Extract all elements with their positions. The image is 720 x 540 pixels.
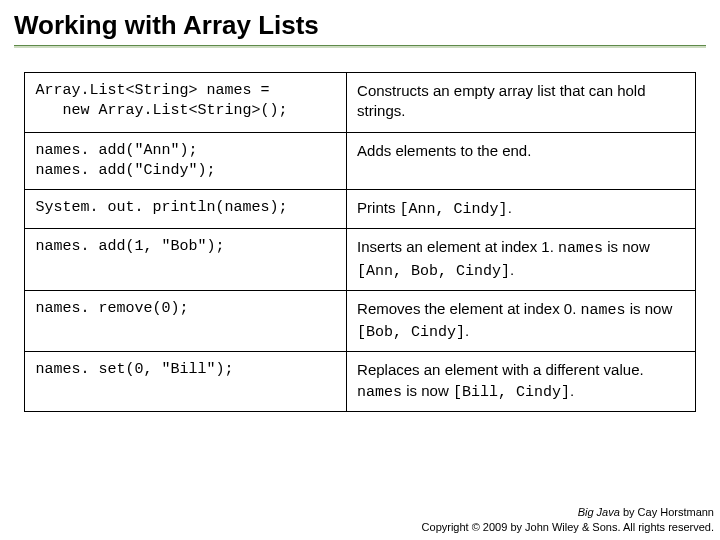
desc-code: names	[558, 240, 603, 257]
title-underline	[14, 45, 706, 48]
table-body: Array.List<String> names = new Array.Lis…	[25, 73, 695, 412]
table-row: System. out. println(names); Prints [Ann…	[25, 190, 695, 229]
footer: Big Java by Cay Horstmann Copyright © 20…	[422, 505, 714, 534]
code-cell: System. out. println(names);	[25, 190, 347, 229]
desc-code: [Bill, Cindy]	[453, 384, 570, 401]
desc-code: [Ann, Cindy]	[400, 201, 508, 218]
desc-text: is now	[402, 382, 453, 399]
desc-code: names	[581, 302, 626, 319]
page-title: Working with Array Lists	[14, 10, 706, 41]
desc-code: names	[357, 384, 402, 401]
desc-text: Inserts an element at index 1.	[357, 238, 558, 255]
code-cell: names. set(0, "Bill");	[25, 352, 347, 412]
desc-text: Prints	[357, 199, 400, 216]
desc-text: .	[508, 199, 512, 216]
footer-line1: Big Java by Cay Horstmann	[422, 505, 714, 519]
table-row: names. add("Ann"); names. add("Cindy"); …	[25, 132, 695, 190]
author-text: by Cay Horstmann	[620, 506, 714, 518]
desc-text: is now	[626, 300, 673, 317]
desc-text: .	[570, 382, 574, 399]
code-cell: Array.List<String> names = new Array.Lis…	[25, 73, 347, 133]
desc-cell: Constructs an empty array list that can …	[347, 73, 696, 133]
slide-content: Working with Array Lists Array.List<Stri…	[0, 0, 720, 412]
desc-code: [Bob, Cindy]	[357, 324, 465, 341]
desc-cell: Replaces an element with a different val…	[347, 352, 696, 412]
operations-table: Array.List<String> names = new Array.Lis…	[24, 72, 695, 412]
desc-text: Constructs an empty array list that can …	[357, 82, 645, 119]
desc-text: .	[510, 261, 514, 278]
desc-cell: Prints [Ann, Cindy].	[347, 190, 696, 229]
desc-text: Removes the element at index 0.	[357, 300, 580, 317]
code-cell: names. add("Ann"); names. add("Cindy");	[25, 132, 347, 190]
desc-text: .	[465, 322, 469, 339]
desc-text: is now	[603, 238, 650, 255]
book-title: Big Java	[578, 506, 620, 518]
table-row: names. remove(0); Removes the element at…	[25, 290, 695, 352]
desc-cell: Adds elements to the end.	[347, 132, 696, 190]
code-cell: names. remove(0);	[25, 290, 347, 352]
desc-cell: Removes the element at index 0. names is…	[347, 290, 696, 352]
desc-text: Replaces an element with a different val…	[357, 361, 644, 378]
desc-cell: Inserts an element at index 1. names is …	[347, 229, 696, 291]
table-row: Array.List<String> names = new Array.Lis…	[25, 73, 695, 133]
code-cell: names. add(1, "Bob");	[25, 229, 347, 291]
table-row: names. add(1, "Bob"); Inserts an element…	[25, 229, 695, 291]
table-row: names. set(0, "Bill"); Replaces an eleme…	[25, 352, 695, 412]
footer-line2: Copyright © 2009 by John Wiley & Sons. A…	[422, 520, 714, 534]
desc-text: Adds elements to the end.	[357, 142, 531, 159]
desc-code: [Ann, Bob, Cindy]	[357, 263, 510, 280]
